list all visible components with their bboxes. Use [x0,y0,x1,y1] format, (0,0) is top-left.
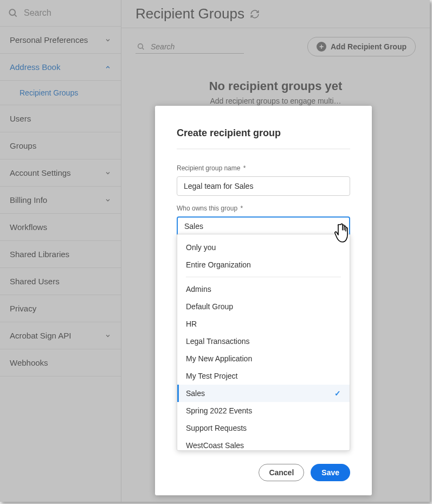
dropdown-option[interactable]: Default Group [177,298,350,315]
dropdown-option[interactable]: Sales✓ [177,385,350,402]
dropdown-option[interactable]: Only you [177,239,350,256]
group-name-input[interactable] [177,176,350,196]
option-label: WestCoast Sales [186,441,244,450]
save-button[interactable]: Save [311,464,350,481]
dropdown-option[interactable]: WestCoast Sales [177,437,350,451]
dropdown-option[interactable]: My Test Project [177,367,350,385]
field-group-name: Recipient group name * [177,164,350,196]
dropdown-option[interactable]: Legal Transactions [177,333,350,350]
option-label: My New Application [186,354,252,363]
app-window: Search Personal PreferencesAddress BookR… [0,0,430,502]
dropdown-option[interactable]: My New Application [177,350,350,367]
owner-dropdown: Only youEntire Organization AdminsDefaul… [177,234,350,451]
cancel-button[interactable]: Cancel [259,464,304,481]
group-name-label: Recipient group name * [177,164,350,172]
dropdown-option[interactable]: Admins [177,280,350,298]
option-label: HR [186,320,197,328]
option-label: Admins [186,285,211,294]
option-label: My Test Project [186,372,237,380]
dropdown-divider [186,277,341,277]
dropdown-option[interactable]: Spring 2022 Events [177,402,350,419]
create-recipient-group-modal: Create recipient group Recipient group n… [155,106,372,495]
option-label: Legal Transactions [186,337,250,346]
option-label: Support Requests [186,424,247,432]
option-label: Sales [186,389,205,398]
check-icon: ✓ [334,389,341,398]
field-group-owner: Who owns this group * Sales [177,205,350,236]
select-value: Sales [184,222,203,231]
group-owner-label: Who owns this group * [177,205,350,212]
dropdown-option[interactable]: Support Requests [177,419,350,437]
cursor-hand-icon [334,221,353,243]
modal-title: Create recipient group [177,127,350,149]
modal-actions: Cancel Save [177,464,350,481]
option-label: Default Group [186,302,233,311]
dropdown-option[interactable]: Entire Organization [177,256,350,273]
group-owner-select[interactable]: Sales [177,216,350,236]
dropdown-option[interactable]: HR [177,315,350,333]
option-label: Spring 2022 Events [186,406,252,415]
